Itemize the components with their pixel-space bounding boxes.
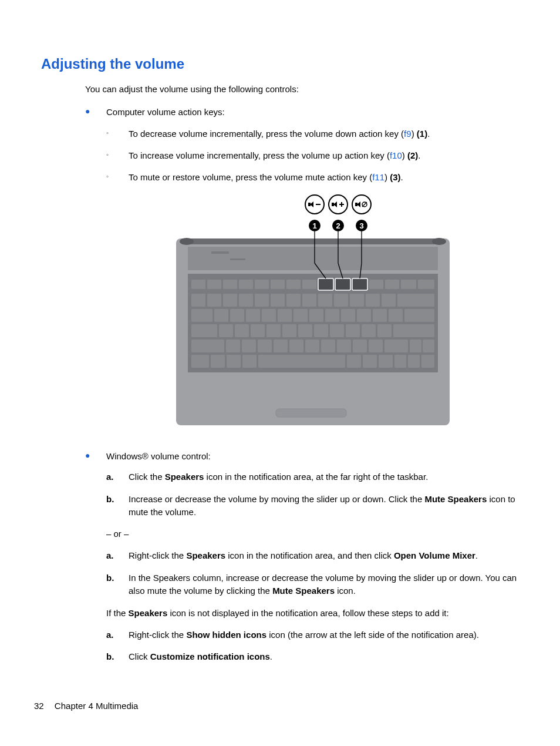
svg-point-15 [180, 238, 194, 245]
text: icon is not displayed in the notificatio… [167, 608, 448, 618]
svg-point-3 [329, 195, 348, 214]
bold-term: Open Volume Mixer [394, 550, 475, 560]
page-heading: Adjusting the volume [41, 56, 519, 72]
bullet-text: Computer volume action keys: [106, 107, 225, 117]
text: icon. [335, 586, 356, 596]
svg-rect-52 [191, 309, 212, 322]
key-row-fn [191, 278, 434, 290]
svg-rect-31 [418, 280, 434, 289]
chapter-label: Chapter 4 Multimedia [55, 701, 139, 711]
svg-rect-100 [379, 355, 393, 368]
sub-marker: ◦ [106, 149, 129, 162]
key-link[interactable]: f11 [372, 172, 384, 182]
bold-term: Customize notification icons [150, 651, 270, 661]
callout-number: (2) [407, 150, 418, 160]
sub-content: To increase volume incrementally, press … [129, 149, 519, 162]
svg-point-7 [352, 195, 371, 214]
svg-rect-1 [308, 203, 311, 206]
volume-mute-icon [352, 195, 371, 214]
svg-rect-72 [298, 324, 312, 337]
text: icon in the notification area, at the fa… [204, 472, 428, 482]
keyboard-figure: 1 2 3 [106, 193, 519, 428]
svg-rect-60 [325, 309, 339, 322]
text: ) [411, 129, 417, 139]
svg-rect-63 [373, 309, 387, 322]
svg-rect-93 [191, 355, 209, 368]
text: Click [129, 651, 150, 661]
callout-number: (3) [390, 172, 400, 182]
svg-text:2: 2 [336, 221, 340, 230]
svg-rect-65 [404, 309, 434, 322]
alpha-content: Right-click the Show hidden icons icon (… [129, 629, 519, 641]
svg-rect-45 [302, 294, 316, 307]
svg-rect-67 [219, 324, 233, 337]
alpha-marker: a. [106, 471, 129, 483]
sub-content: To mute or restore volume, press the vol… [129, 171, 519, 183]
alpha-content: Click the Speakers icon in the notificat… [129, 471, 519, 483]
text: . [270, 651, 272, 661]
svg-rect-75 [346, 324, 360, 337]
bullet-content: Computer volume action keys: ◦ To decrea… [106, 106, 519, 441]
sub-content: To decrease volume incrementally, press … [129, 127, 519, 140]
svg-rect-70 [266, 324, 281, 337]
text: ) [402, 150, 407, 160]
svg-rect-74 [330, 324, 344, 337]
svg-point-0 [305, 195, 324, 214]
bullet-text: Windows® volume control: [106, 451, 211, 461]
text: Click the [129, 472, 165, 482]
svg-rect-89 [369, 340, 383, 352]
svg-rect-57 [278, 309, 292, 322]
svg-rect-29 [385, 280, 399, 289]
svg-rect-27 [302, 280, 316, 289]
svg-rect-44 [286, 294, 301, 307]
svg-rect-30 [401, 280, 416, 289]
bold-term: Speakers [129, 608, 168, 618]
key-link[interactable]: f9 [404, 129, 411, 139]
bullet-marker: ● [85, 450, 106, 673]
svg-rect-41 [239, 294, 253, 307]
alpha-marker: a. [106, 549, 129, 562]
svg-rect-53 [214, 309, 228, 322]
note-line: If the Speakers icon is not displayed in… [106, 607, 519, 619]
alpha-list: a. Right-click the Show hidden icons ico… [106, 629, 519, 664]
svg-rect-49 [366, 294, 380, 307]
text: If the [106, 608, 129, 618]
svg-rect-26 [286, 280, 301, 289]
svg-rect-98 [347, 355, 361, 368]
alpha-marker: b. [106, 572, 129, 597]
svg-rect-84 [289, 340, 303, 352]
touchpad-button [276, 409, 346, 417]
svg-rect-73 [314, 324, 328, 337]
svg-rect-25 [271, 280, 285, 289]
text: ) [384, 172, 390, 182]
svg-rect-96 [242, 355, 257, 368]
text: Right-click the [129, 630, 186, 640]
svg-rect-80 [226, 340, 240, 352]
alpha-marker: a. [106, 629, 129, 641]
svg-rect-46 [318, 294, 332, 307]
svg-rect-79 [191, 340, 224, 352]
svg-rect-101 [394, 355, 406, 368]
svg-rect-62 [357, 309, 371, 322]
svg-rect-4 [332, 203, 334, 206]
page-number: 32 [34, 701, 44, 711]
svg-rect-66 [191, 324, 217, 337]
svg-rect-38 [191, 294, 205, 307]
alpha-list: a. Click the Speakers icon in the notifi… [106, 471, 519, 518]
svg-text:1: 1 [312, 221, 316, 230]
alpha-content: Click Customize notification icons. [129, 650, 519, 663]
text: icon (the arrow at the left side of the … [266, 630, 479, 640]
svg-rect-24 [255, 280, 269, 289]
svg-rect-64 [389, 309, 403, 322]
svg-rect-103 [421, 355, 434, 368]
bold-term: Mute Speakers [424, 494, 487, 504]
svg-rect-71 [282, 324, 296, 337]
svg-rect-22 [223, 280, 237, 289]
svg-rect-23 [239, 280, 253, 289]
svg-rect-68 [235, 324, 249, 337]
svg-rect-54 [230, 309, 244, 322]
svg-rect-18 [211, 251, 229, 254]
key-link[interactable]: f10 [390, 150, 402, 160]
svg-rect-55 [246, 309, 260, 322]
text: Right-click the [129, 550, 186, 560]
